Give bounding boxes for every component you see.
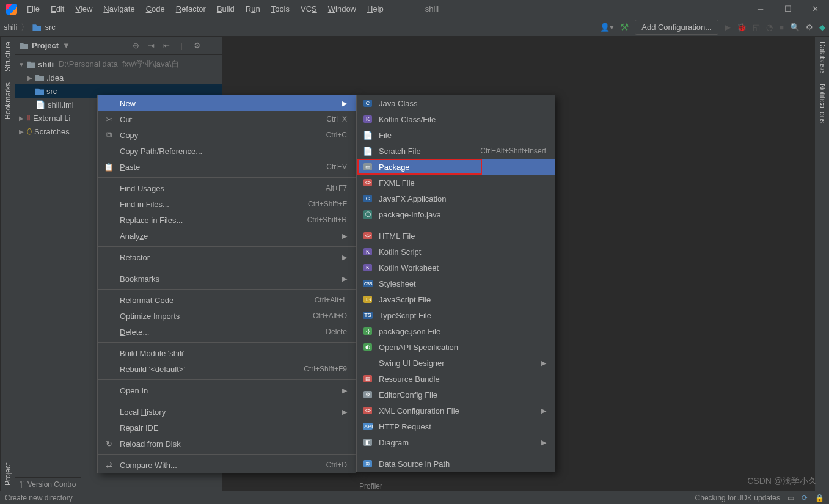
status-indexing-icon[interactable]: ⟳ <box>802 494 808 502</box>
new-item-file[interactable]: 📄File <box>357 127 555 143</box>
stop-icon[interactable]: ■ <box>779 23 784 32</box>
ctx-item-copy[interactable]: ⧉CopyCtrl+C <box>98 127 356 143</box>
close-button[interactable]: ✕ <box>802 0 829 18</box>
ctx-item-delete-[interactable]: Delete...Delete <box>98 324 356 340</box>
ctx-item-open-in[interactable]: Open In▶ <box>98 382 356 398</box>
breadcrumb-src[interactable]: src <box>45 23 55 32</box>
menu-help[interactable]: Help <box>362 2 389 16</box>
run-icon[interactable]: ▶ <box>725 23 731 32</box>
gear-icon[interactable]: ⚙ <box>806 23 813 32</box>
coverage-icon[interactable]: ◱ <box>753 23 760 32</box>
gutter-bookmarks[interactable]: Bookmarks <box>4 82 12 119</box>
new-item-java-class[interactable]: CJava Class <box>357 95 555 111</box>
gutter-structure[interactable]: Structure <box>4 42 12 71</box>
ctx-item-rebuild-default-[interactable]: Rebuild '<default>'Ctrl+Shift+F9 <box>98 361 356 377</box>
ctx-item-find-usages[interactable]: Find UsagesAlt+F7 <box>98 180 356 196</box>
chevron-down-icon[interactable]: ▼ <box>18 61 24 68</box>
new-item-kotlin-worksheet[interactable]: KKotlin Worksheet <box>357 260 555 276</box>
gutter-notifications[interactable]: Notifications <box>818 84 827 123</box>
menu-edit[interactable]: Edit <box>46 2 69 16</box>
maximize-button[interactable]: ☐ <box>774 0 802 18</box>
chevron-right-icon[interactable]: ▶ <box>18 128 24 135</box>
ctx-item-compare-with-[interactable]: ⇄Compare With...Ctrl+D <box>98 457 356 473</box>
chevron-right-icon[interactable]: ▶ <box>27 75 33 81</box>
status-lock-icon[interactable]: 🔒 <box>815 494 824 502</box>
ctx-item-local-history[interactable]: Local History▶ <box>98 404 356 420</box>
menu-file[interactable]: File <box>22 2 45 16</box>
run-config-selector[interactable]: Add Configuration... <box>635 20 718 35</box>
status-progress-icon[interactable]: ▭ <box>787 494 794 502</box>
collapse-icon[interactable]: ⇤ <box>162 41 171 50</box>
new-item-label: File <box>379 131 546 140</box>
file-type-icon: K <box>363 115 373 123</box>
search-icon[interactable]: 🔍 <box>790 23 800 32</box>
menu-navigate[interactable]: Navigate <box>98 2 139 16</box>
new-item-resource-bundle[interactable]: ▤Resource Bundle <box>357 371 555 387</box>
new-item-package-info-java[interactable]: ⓘpackage-info.java <box>357 206 555 222</box>
menu-window[interactable]: Window <box>323 2 361 16</box>
ctx-item-paste[interactable]: 📋PasteCtrl+V <box>98 159 356 175</box>
new-item-package-json-file[interactable]: {}package.json File <box>357 323 555 339</box>
ctx-item-replace-in-files-[interactable]: Replace in Files...Ctrl+Shift+R <box>98 212 356 228</box>
ctx-item-cut[interactable]: ✂CutCtrl+X <box>98 111 356 127</box>
ctx-item-analyze[interactable]: Analyze▶ <box>98 228 356 244</box>
ctx-item-refactor[interactable]: Refactor▶ <box>98 249 356 265</box>
menu-build[interactable]: Build <box>212 2 239 16</box>
ctx-item-build-module-shili-[interactable]: Build Module 'shili' <box>98 345 356 361</box>
hide-icon[interactable]: — <box>208 41 217 50</box>
ctx-icon: ⇄ <box>104 461 114 470</box>
build-icon[interactable]: ⚒ <box>620 21 629 33</box>
settings-icon[interactable]: ⚙ <box>192 41 202 50</box>
debug-icon[interactable]: 🐞 <box>737 23 747 32</box>
new-item-swing-ui-designer[interactable]: Swing UI Designer▶ <box>357 355 555 371</box>
menu-vcs[interactable]: VCS <box>296 2 322 16</box>
gutter-project[interactable]: Project <box>4 463 12 486</box>
ctx-item-copy-path-reference-[interactable]: Copy Path/Reference... <box>98 143 356 159</box>
ctx-item-new[interactable]: New▶ <box>98 95 356 111</box>
new-item-scratch-file[interactable]: 📄Scratch FileCtrl+Alt+Shift+Insert <box>357 143 555 159</box>
ctx-item-reload-from-disk[interactable]: ↻Reload from Disk <box>98 436 356 451</box>
new-item-javascript-file[interactable]: JSJavaScript File <box>357 291 555 307</box>
ctx-item-find-in-files-[interactable]: Find in Files...Ctrl+Shift+F <box>98 196 356 212</box>
project-icon <box>20 42 28 49</box>
new-item-http-request[interactable]: APIHTTP Request <box>357 418 555 434</box>
ctx-item-repair-ide[interactable]: Repair IDE <box>98 420 356 436</box>
plugin-icon[interactable]: ◆ <box>819 23 825 32</box>
new-item-fxml-file[interactable]: <>FXML File <box>357 175 555 191</box>
new-item-diagram[interactable]: ◧Diagram▶ <box>357 434 555 450</box>
minimize-button[interactable]: ─ <box>747 0 774 18</box>
tab-profiler[interactable]: Profiler <box>359 482 382 491</box>
menu-code[interactable]: Code <box>141 2 170 16</box>
locate-icon[interactable]: ⊕ <box>131 41 141 50</box>
menu-run[interactable]: Run <box>241 2 265 16</box>
new-item-kotlin-script[interactable]: KKotlin Script <box>357 244 555 260</box>
new-item-kotlin-class-file[interactable]: KKotlin Class/File <box>357 111 555 127</box>
file-type-icon: K <box>363 248 373 255</box>
new-item-typescript-file[interactable]: TSTypeScript File <box>357 307 555 323</box>
user-icon[interactable]: 👤▾ <box>600 23 614 32</box>
view-mode-dropdown[interactable]: ▼ <box>62 41 70 50</box>
new-item-editorconfig-file[interactable]: ⚙EditorConfig File <box>357 387 555 403</box>
tree-root[interactable]: ▼ shili D:\Personal data_fxw\学业\java\自 <box>15 57 222 71</box>
tab-version-control[interactable]: Version Contro <box>27 480 76 489</box>
ctx-item-reformat-code[interactable]: Reformat CodeCtrl+Alt+L <box>98 292 356 308</box>
file-type-icon: ▭ <box>363 163 373 170</box>
breadcrumb-root[interactable]: shili <box>4 23 17 32</box>
ctx-item-bookmarks[interactable]: Bookmarks▶ <box>98 271 356 287</box>
new-item-openapi-specification[interactable]: ◐OpenAPI Specification <box>357 339 555 355</box>
new-item-stylesheet[interactable]: cssStylesheet <box>357 276 555 291</box>
tree-idea[interactable]: ▶ .idea <box>15 71 222 84</box>
ctx-item-optimize-imports[interactable]: Optimize ImportsCtrl+Alt+O <box>98 308 356 324</box>
menu-tools[interactable]: Tools <box>266 2 294 16</box>
chevron-right-icon[interactable]: ▶ <box>18 115 24 122</box>
new-item-xml-configuration-file[interactable]: <>XML Configuration File▶ <box>357 403 555 418</box>
new-item-javafx-application[interactable]: CJavaFX Application <box>357 191 555 206</box>
new-item-data-source-in-path[interactable]: ≋Data Source in Path <box>357 456 555 472</box>
profile-icon[interactable]: ◔ <box>766 23 773 32</box>
expand-icon[interactable]: ⇥ <box>147 41 156 50</box>
menu-view[interactable]: View <box>70 2 97 16</box>
new-item-package[interactable]: ▭Package <box>357 159 555 175</box>
menu-refactor[interactable]: Refactor <box>171 2 211 16</box>
gutter-database[interactable]: Database <box>818 42 827 73</box>
new-item-html-file[interactable]: <>HTML File <box>357 228 555 244</box>
